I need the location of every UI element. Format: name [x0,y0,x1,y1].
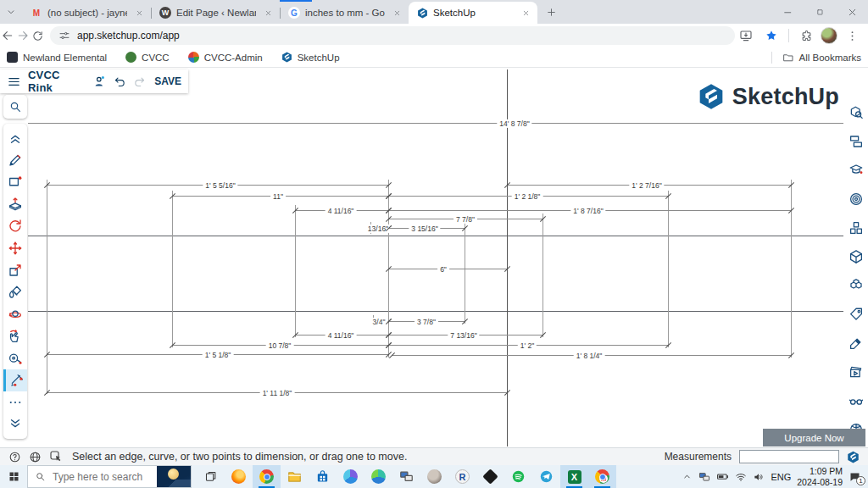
start-button[interactable] [0,465,27,488]
taskbar-app-gimp[interactable] [420,465,448,488]
panel-3d-warehouse[interactable] [844,274,868,297]
panel-tags[interactable] [844,303,868,325]
clock[interactable]: 1:09 PM 2024-08-19 [797,466,843,486]
panel-styles[interactable] [844,188,868,210]
tab-search-chevron-icon[interactable] [0,1,22,23]
language-indicator[interactable]: ENG [771,472,791,482]
browser-tab[interactable]: M(no subject) - jaynewland@gma [22,2,151,24]
forward-button[interactable] [15,25,31,47]
measurements-input[interactable] [739,450,839,463]
panel-soften-edges[interactable] [844,332,868,354]
taskbar-app-task-view[interactable] [197,465,225,488]
tool-tape-measure[interactable] [3,347,27,369]
dimension-label[interactable]: 14' 8 7/8" [497,119,531,127]
taskbar-app-rhino[interactable]: R [448,465,476,488]
save-button[interactable]: SAVE [154,75,181,87]
bookmark-item[interactable]: Newland Elemental [7,52,107,63]
panel-materials[interactable] [844,246,868,268]
close-button[interactable] [836,0,868,24]
panel-components[interactable] [844,217,868,239]
tool-rectangle[interactable] [3,171,27,193]
taskbar-app-chrome-gmail[interactable]: M [588,465,616,488]
dimension-label[interactable]: 1' 5 5/16" [203,180,237,189]
tool-offset[interactable] [3,215,27,237]
dimension-label[interactable]: 3 7/8" [415,317,438,325]
back-button[interactable] [0,25,15,47]
dimension-label[interactable]: 7 13/16" [448,330,479,339]
reload-button[interactable] [30,25,45,47]
model-title[interactable]: CVCC Rink [28,69,86,94]
dimension-label[interactable]: 10 7/8" [266,341,294,349]
dimension-label[interactable]: 1' 11 1/8" [260,388,295,396]
all-bookmarks[interactable]: All Bookmarks [771,52,862,64]
dimension-label[interactable]: 3/4" [370,317,388,325]
speaker-icon[interactable] [753,471,765,483]
tool-paint-bucket[interactable] [3,281,27,303]
browser-tab[interactable]: SketchUp [409,2,537,24]
tab-close-icon[interactable] [261,6,275,19]
profile-avatar[interactable] [821,27,837,44]
tool-rotate[interactable] [3,303,27,325]
taskbar-app-excel[interactable]: X [560,465,588,488]
taskbar-app-edge[interactable] [364,465,392,488]
panel-instructor[interactable] [844,159,868,181]
panel-scenes[interactable] [844,361,868,383]
dimension-label[interactable]: 6" [437,264,449,273]
redo-icon[interactable] [133,75,146,88]
dimension-label[interactable]: 1' 2 7/16" [629,180,664,189]
menu-kebab-icon[interactable] [841,25,863,47]
notifications-icon[interactable]: 1 [849,470,861,483]
hamburger-menu-icon[interactable] [7,75,21,89]
taskbar-app-remote-desktop[interactable] [392,465,420,488]
dimension-label[interactable]: 1' 8 7/16" [570,206,605,214]
upgrade-now-button[interactable]: Upgrade Now [763,429,865,446]
taskbar-search-input[interactable] [51,470,147,484]
extensions-icon[interactable] [795,25,817,47]
tab-close-icon[interactable] [132,6,146,19]
globe-icon[interactable] [29,451,42,463]
taskbar-app-file-explorer[interactable] [281,465,309,488]
tab-close-icon[interactable] [390,6,403,19]
tool-search-button[interactable] [3,95,27,119]
undo-icon[interactable] [114,75,126,88]
dimension-label[interactable]: 1' 2" [518,341,537,349]
tool-pan[interactable] [3,325,27,347]
tool-pencil[interactable] [3,149,27,171]
tool-move[interactable] [3,237,27,259]
dimension-line[interactable] [28,123,843,124]
sketchup-canvas[interactable]: 14' 8 7/8"1' 5 5/16"1' 2 7/16"11"1' 2 1/… [0,68,868,447]
taskbar-app-store[interactable] [309,465,337,488]
tray-chevron-up-icon[interactable] [682,471,693,482]
panel-display[interactable] [844,390,868,412]
taskbar-app-firefox[interactable] [225,465,253,488]
tab-close-icon[interactable] [519,6,532,19]
dimension-label[interactable]: 3 15/16" [409,224,440,232]
taskbar-app-telegram[interactable] [532,465,560,488]
help-icon[interactable] [8,451,21,463]
browser-tab[interactable]: Ginches to mm - Google Search [280,2,409,24]
dimension-label[interactable]: 4 11/16" [326,206,357,214]
taskbar-search[interactable] [27,465,192,488]
site-settings-icon[interactable] [58,30,70,42]
dimension-label[interactable]: 4 11/16" [326,330,357,339]
bookmark-item[interactable]: CVCC [125,52,170,63]
dimension-label[interactable]: 1' 5 1/8" [203,350,234,358]
wifi-icon[interactable] [735,471,747,483]
taskbar-app-chrome[interactable] [253,465,281,488]
account-icon[interactable] [92,75,107,89]
minimize-button[interactable] [771,0,804,24]
tool-collapse-up[interactable] [3,127,27,149]
tool-collapse-down[interactable] [3,413,27,435]
tool-dimension[interactable] [3,369,27,391]
taskbar-app-copilot[interactable] [337,465,364,488]
tray-device-icon[interactable] [698,471,710,483]
tool-scale[interactable] [3,259,27,281]
bookmark-item[interactable]: CVCC-Admin [188,52,263,63]
dimension-label[interactable]: 11" [270,191,286,200]
bookmark-star-icon[interactable] [760,25,782,47]
taskbar-app-inkscape[interactable] [476,465,504,488]
new-tab-button[interactable] [541,2,561,22]
browser-tab[interactable]: WEdit Page ‹ Newland Elemental [151,2,280,24]
maximize-button[interactable] [804,0,836,24]
taskbar-app-spotify[interactable] [504,465,532,488]
